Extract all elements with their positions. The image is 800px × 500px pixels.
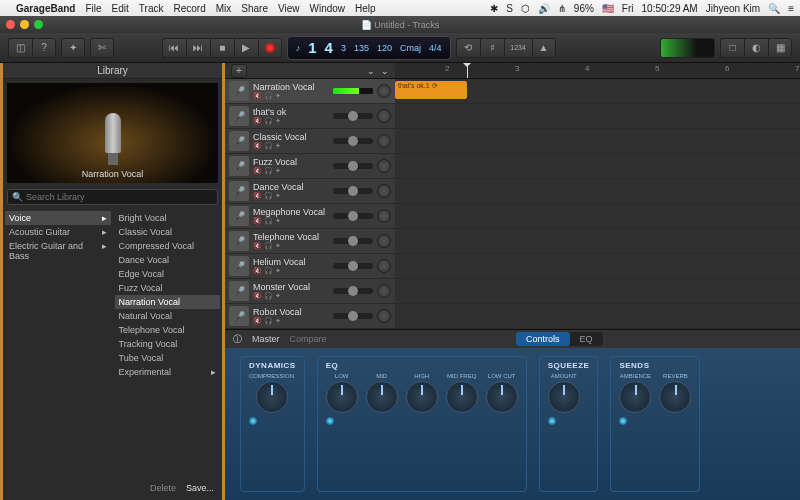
stop-button[interactable]: ■ xyxy=(210,38,234,58)
patch-fuzz-vocal[interactable]: Fuzz Vocal xyxy=(115,281,221,295)
knob-low[interactable] xyxy=(326,381,358,413)
spotlight-icon[interactable]: 🔍 xyxy=(768,3,780,14)
lcd-display[interactable]: ♪ 1 4 3 135 120 Cmaj 4/4 xyxy=(287,36,451,60)
countin-button[interactable]: 1234 xyxy=(504,38,532,58)
volume-slider[interactable] xyxy=(333,238,373,244)
close-button[interactable] xyxy=(6,20,15,29)
menu-window[interactable]: Window xyxy=(309,3,345,14)
volume-slider[interactable] xyxy=(333,288,373,294)
user-name[interactable]: Jihyeon Kim xyxy=(706,3,760,14)
patch-bright-vocal[interactable]: Bright Vocal xyxy=(115,211,221,225)
track-controls[interactable]: 🔇 🎧 ✦ xyxy=(253,242,329,250)
minimize-button[interactable] xyxy=(20,20,29,29)
loop-browser-button[interactable]: ◐ xyxy=(744,38,768,58)
delete-button[interactable]: Delete xyxy=(150,483,176,497)
library-toggle[interactable]: ◫ xyxy=(8,38,32,58)
audio-region[interactable]: that's ok.1 ⟳ xyxy=(395,81,467,99)
track-controls[interactable]: 🔇 🎧 ✦ xyxy=(253,92,329,100)
notepad-button[interactable]: □ xyxy=(720,38,744,58)
menu-file[interactable]: File xyxy=(85,3,101,14)
track-row[interactable]: 🎤that's ok🔇 🎧 ✦ xyxy=(225,104,800,129)
smart-controls-toggle[interactable]: ✦ xyxy=(61,38,85,58)
master-tab[interactable]: Master xyxy=(252,334,280,344)
cycle-button[interactable]: ⟲ xyxy=(456,38,480,58)
trackhead-automation-icon[interactable]: ⌄ xyxy=(381,66,389,76)
quickhelp-toggle[interactable]: ? xyxy=(32,38,56,58)
track-row[interactable]: 🎤Narration Vocal🔇 🎧 ✦that's ok.1 ⟳ xyxy=(225,79,800,104)
track-row[interactable]: 🎤Telephone Vocal🔇 🎧 ✦ xyxy=(225,229,800,254)
notif-icon[interactable]: ≡ xyxy=(788,3,794,14)
category-voice[interactable]: Voice▸ xyxy=(5,211,111,225)
menu-record[interactable]: Record xyxy=(173,3,205,14)
master-volume[interactable] xyxy=(660,38,715,58)
menu-share[interactable]: Share xyxy=(241,3,268,14)
pan-knob[interactable] xyxy=(377,259,391,273)
patch-compressed-vocal[interactable]: Compressed Vocal xyxy=(115,239,221,253)
media-browser-button[interactable]: ▦ xyxy=(768,38,792,58)
track-controls[interactable]: 🔇 🎧 ✦ xyxy=(253,317,329,325)
track-controls[interactable]: 🔇 🎧 ✦ xyxy=(253,167,329,175)
pan-knob[interactable] xyxy=(377,309,391,323)
editors-toggle[interactable]: ✄ xyxy=(90,38,114,58)
timeline-ruler[interactable]: 234567 xyxy=(395,63,800,78)
menu-help[interactable]: Help xyxy=(355,3,376,14)
bypass-led[interactable] xyxy=(249,417,257,425)
knob-high[interactable] xyxy=(406,381,438,413)
volume-icon[interactable]: 🔊 xyxy=(538,3,550,14)
menu-track[interactable]: Track xyxy=(139,3,164,14)
track-row[interactable]: 🎤Fuzz Vocal🔇 🎧 ✦ xyxy=(225,154,800,179)
pan-knob[interactable] xyxy=(377,159,391,173)
track-row[interactable]: 🎤Monster Vocal🔇 🎧 ✦ xyxy=(225,279,800,304)
rewind-button[interactable]: ⏮ xyxy=(162,38,186,58)
bypass-led[interactable] xyxy=(326,417,334,425)
track-controls[interactable]: 🔇 🎧 ✦ xyxy=(253,217,329,225)
category-acoustic-guitar[interactable]: Acoustic Guitar▸ xyxy=(5,225,111,239)
knob-low-cut[interactable] xyxy=(486,381,518,413)
track-controls[interactable]: 🔇 🎧 ✦ xyxy=(253,142,329,150)
volume-slider[interactable] xyxy=(333,113,373,119)
menu-mix[interactable]: Mix xyxy=(216,3,232,14)
track-row[interactable]: 🎤Robot Vocal🔇 🎧 ✦ xyxy=(225,304,800,329)
patch-tube-vocal[interactable]: Tube Vocal xyxy=(115,351,221,365)
bypass-led[interactable] xyxy=(619,417,627,425)
patch-narration-vocal[interactable]: Narration Vocal xyxy=(115,295,221,309)
pan-knob[interactable] xyxy=(377,84,391,98)
pan-knob[interactable] xyxy=(377,184,391,198)
track-controls[interactable]: 🔇 🎧 ✦ xyxy=(253,267,329,275)
volume-slider[interactable] xyxy=(333,213,373,219)
track-row[interactable]: 🎤Megaphone Vocal🔇 🎧 ✦ xyxy=(225,204,800,229)
save-button[interactable]: Save... xyxy=(186,483,214,497)
patch-edge-vocal[interactable]: Edge Vocal xyxy=(115,267,221,281)
volume-slider[interactable] xyxy=(333,163,373,169)
volume-slider[interactable] xyxy=(333,188,373,194)
info-icon[interactable]: ⓘ xyxy=(233,333,242,346)
patch-natural-vocal[interactable]: Natural Vocal xyxy=(115,309,221,323)
metronome-button[interactable]: ▲ xyxy=(532,38,556,58)
flag-icon[interactable]: 🇺🇸 xyxy=(602,3,614,14)
forward-button[interactable]: ⏭ xyxy=(186,38,210,58)
wifi-icon[interactable]: ⋔ xyxy=(558,3,566,14)
patch-telephone-vocal[interactable]: Telephone Vocal xyxy=(115,323,221,337)
menu-edit[interactable]: Edit xyxy=(112,3,129,14)
skype-icon[interactable]: S xyxy=(506,3,513,14)
volume-slider[interactable] xyxy=(333,138,373,144)
compare-button[interactable]: Compare xyxy=(290,334,327,344)
app-name[interactable]: GarageBand xyxy=(16,3,75,14)
tab-controls[interactable]: Controls xyxy=(516,332,570,346)
knob-reverb[interactable] xyxy=(659,381,691,413)
track-row[interactable]: 🎤Dance Vocal🔇 🎧 ✦ xyxy=(225,179,800,204)
dropbox-icon[interactable]: ⬡ xyxy=(521,3,530,14)
knob-mid[interactable] xyxy=(366,381,398,413)
track-controls[interactable]: 🔇 🎧 ✦ xyxy=(253,192,329,200)
evernote-icon[interactable]: ✱ xyxy=(490,3,498,14)
patch-experimental[interactable]: Experimental▸ xyxy=(115,365,221,379)
bypass-led[interactable] xyxy=(548,417,556,425)
knob-compression[interactable] xyxy=(256,381,288,413)
pan-knob[interactable] xyxy=(377,109,391,123)
knob-amount[interactable] xyxy=(548,381,580,413)
playhead[interactable] xyxy=(467,63,468,78)
search-library[interactable]: 🔍 Search Library xyxy=(7,189,218,205)
track-controls[interactable]: 🔇 🎧 ✦ xyxy=(253,117,329,125)
play-button[interactable]: ▶ xyxy=(234,38,258,58)
add-track-button[interactable]: + xyxy=(231,64,247,78)
